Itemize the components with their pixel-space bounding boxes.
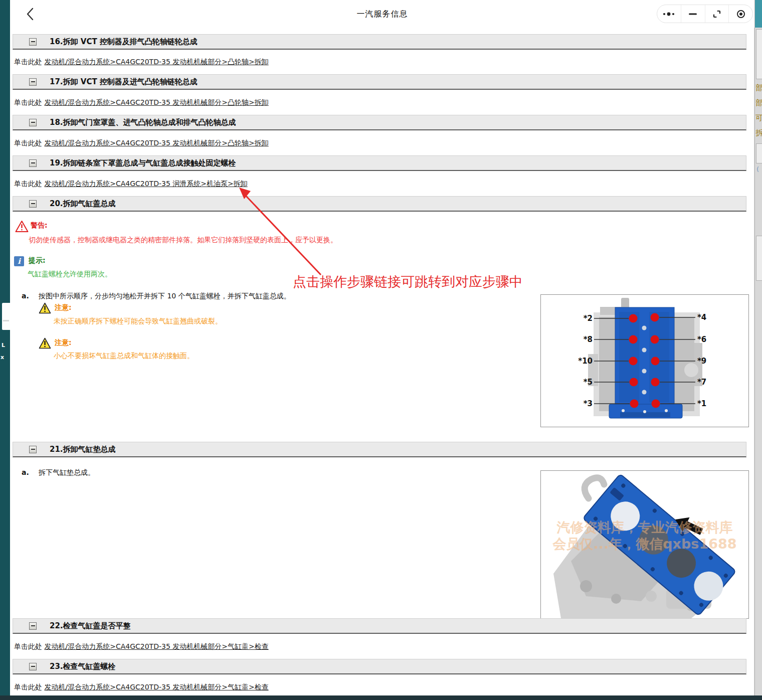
bolt-label: *6 bbox=[697, 335, 706, 344]
page: 一汽服务信息 bbox=[0, 0, 762, 700]
procedure-link[interactable]: 发动机/混合动力系统>CA4GC20TD-35 润滑系统>机油泵>拆卸 bbox=[44, 180, 247, 188]
collapse-minus-icon bbox=[31, 203, 35, 204]
section-title: 18.拆卸气门室罩盖、进气凸轮轴总成和排气凸轮轴总成 bbox=[50, 118, 236, 127]
more-icon bbox=[662, 12, 675, 17]
bolt-label: *5 bbox=[584, 378, 593, 387]
engine-bolt-diagram-image: *2 *8 *10 *5 *3 *4 *6 *9 *7 *1 bbox=[541, 295, 748, 427]
clipped-glyph: ( bbox=[756, 165, 759, 173]
section-header-20: 20.拆卸气缸盖总成 bbox=[13, 196, 746, 212]
section-link-row-19: 单击此处 发动机/混合动力系统>CA4GC20TD-35 润滑系统>机油泵>拆卸 bbox=[14, 180, 248, 189]
procedure-link[interactable]: 发动机/混合动力系统>CA4GC20TD-35 发动机机械部分>气缸盖>检查 bbox=[44, 642, 268, 650]
collapse-minus-icon bbox=[31, 41, 35, 42]
section-header-18: 18.拆卸气门室罩盖、进气凸轮轴总成和排气凸轮轴总成 bbox=[13, 115, 746, 130]
warning-triangle-icon bbox=[15, 220, 29, 233]
section-header-17: 17.拆卸 VCT 控制器及进气凸轮轴链轮总成 bbox=[13, 74, 746, 90]
section-title: 16.拆卸 VCT 控制器及排气凸轮轴链轮总成 bbox=[50, 37, 198, 47]
collapse-minus-icon bbox=[31, 449, 35, 450]
caution-label: 注意: bbox=[55, 303, 72, 312]
minimize-button[interactable] bbox=[681, 5, 705, 23]
back-button[interactable] bbox=[24, 7, 37, 22]
clipped-panel-box bbox=[756, 236, 762, 281]
caution-text: 小心不要损坏气缸盖总成和气缸体的接触面。 bbox=[54, 352, 194, 361]
fullscreen-icon bbox=[712, 10, 721, 19]
annotation-text: 点击操作步骤链接可跳转到对应步骤中 bbox=[293, 273, 523, 291]
section-header-16: 16.拆卸 VCT 控制器及排气凸轮轴链轮总成 bbox=[13, 34, 746, 50]
section-title: 23.检查气缸盖螺栓 bbox=[50, 662, 116, 671]
watermark-text: 会员仅...年，微信qxbs1688 bbox=[552, 536, 736, 552]
info-icon: i bbox=[14, 256, 24, 266]
collapse-button[interactable] bbox=[29, 200, 37, 208]
window-controls bbox=[657, 5, 753, 23]
desktop-label-fragment: L bbox=[2, 342, 5, 348]
minimize-icon bbox=[688, 13, 697, 16]
bolt-label: *4 bbox=[697, 313, 706, 322]
fullscreen-button[interactable] bbox=[705, 5, 729, 23]
left-edge-strip: L x bbox=[0, 0, 10, 697]
click-here-label: 单击此处 bbox=[14, 683, 42, 691]
warning-label: 警告: bbox=[31, 221, 48, 230]
clipped-text-fragment: 可 bbox=[755, 113, 762, 122]
section-title: 19.拆卸链条室下罩盖总成与气缸盖总成接触处固定螺栓 bbox=[50, 158, 236, 168]
section-link-row-23: 单击此处 发动机/混合动力系统>CA4GC20TD-35 发动机机械部分>气缸盖… bbox=[14, 683, 269, 692]
collapse-minus-icon bbox=[31, 162, 35, 163]
section-header-22: 22.检查气缸盖是否平整 bbox=[13, 618, 746, 634]
tip-text: 气缸盖螺栓允许使用两次。 bbox=[28, 270, 112, 279]
page-title: 一汽服务信息 bbox=[10, 9, 754, 20]
collapse-button[interactable] bbox=[29, 38, 37, 46]
head-gasket-diagram-image: 汽修资料库，专业汽修资料库 会员仅...年，微信qxbs1688 bbox=[541, 471, 748, 618]
section-title: 22.检查气缸盖是否平整 bbox=[50, 621, 131, 631]
section-link-row-22: 单击此处 发动机/混合动力系统>CA4GC20TD-35 发动机机械部分>气缸盖… bbox=[14, 642, 269, 651]
clipped-text-fragment: 部 bbox=[755, 98, 762, 107]
bolt-label: *7 bbox=[697, 378, 706, 387]
section-title: 21.拆卸气缸垫总成 bbox=[50, 445, 116, 454]
clipped-text-fragment: 拆 bbox=[755, 128, 762, 137]
section-link-row-16: 单击此处 发动机/混合动力系统>CA4GC20TD-35 发动机机械部分>凸轮轴… bbox=[14, 58, 269, 67]
collapse-button[interactable] bbox=[29, 78, 37, 86]
bolt-order-diagram: *2 *8 *10 *5 *3 *4 *6 *9 *7 *1 bbox=[540, 294, 749, 427]
step-text: 拆下气缸垫总成。 bbox=[39, 468, 95, 477]
procedure-link[interactable]: 发动机/混合动力系统>CA4GC20TD-35 发动机机械部分>凸轮轴>拆卸 bbox=[44, 58, 268, 66]
bolt-label: *9 bbox=[697, 357, 706, 366]
procedure-link[interactable]: 发动机/混合动力系统>CA4GC20TD-35 发动机机械部分>气缸盖>检查 bbox=[44, 683, 268, 691]
clipped-panel-box bbox=[756, 143, 762, 163]
collapse-minus-icon bbox=[31, 122, 35, 123]
collapse-button[interactable] bbox=[29, 159, 37, 167]
window-header: 一汽服务信息 bbox=[10, 0, 754, 28]
desktop-label-fragment: x bbox=[1, 354, 4, 361]
collapse-button[interactable] bbox=[29, 622, 37, 630]
tip-label: 提示: bbox=[29, 256, 46, 265]
click-here-label: 单击此处 bbox=[14, 139, 42, 147]
caution-triangle-icon bbox=[39, 302, 51, 314]
section-header-19: 19.拆卸链条室下罩盖总成与气缸盖总成接触处固定螺栓 bbox=[13, 155, 746, 171]
bolt-label: *1 bbox=[697, 399, 706, 408]
section-link-row-17: 单击此处 发动机/混合动力系统>CA4GC20TD-35 发动机机械部分>凸轮轴… bbox=[14, 98, 269, 107]
bolt-label: *10 bbox=[578, 357, 593, 366]
section-title: 17.拆卸 VCT 控制器及进气凸轮轴链轮总成 bbox=[50, 77, 198, 87]
collapse-button[interactable] bbox=[29, 663, 37, 670]
procedure-link[interactable]: 发动机/混合动力系统>CA4GC20TD-35 发动机机械部分>凸轮轴>拆卸 bbox=[44, 139, 268, 147]
collapse-minus-icon bbox=[31, 625, 35, 626]
record-button[interactable] bbox=[728, 5, 752, 23]
click-here-label: 单击此处 bbox=[14, 180, 42, 188]
collapse-button[interactable] bbox=[29, 119, 37, 126]
step-marker: a. bbox=[22, 292, 29, 300]
watermark-text: 汽修资料库，专业汽修资料库 bbox=[556, 519, 733, 535]
section-link-row-18: 单击此处 发动机/混合动力系统>CA4GC20TD-35 发动机机械部分>凸轮轴… bbox=[14, 139, 269, 148]
caution-triangle-icon bbox=[39, 337, 51, 349]
click-here-label: 单击此处 bbox=[14, 642, 42, 650]
section-title: 20.拆卸气缸盖总成 bbox=[50, 199, 116, 209]
clipped-text-fragment: 部 bbox=[755, 83, 762, 92]
record-icon bbox=[736, 10, 745, 19]
section-header-21: 21.拆卸气缸垫总成 bbox=[13, 442, 746, 457]
bottom-bar bbox=[0, 695, 762, 700]
collapse-minus-icon bbox=[31, 666, 35, 667]
section-header-23: 23.检查气缸盖螺栓 bbox=[13, 659, 746, 674]
click-here-label: 单击此处 bbox=[14, 98, 42, 106]
more-button[interactable] bbox=[657, 5, 681, 23]
right-edge-panel: 部 部 可 拆 ( bbox=[754, 0, 762, 697]
click-here-label: 单击此处 bbox=[14, 58, 42, 66]
warning-text: 切勿使传感器，控制器或继电器之类的精密部件掉落。如果它们掉落到坚硬的表面上，应予… bbox=[29, 236, 337, 245]
bolt-label: *3 bbox=[584, 399, 593, 408]
collapse-button[interactable] bbox=[29, 446, 37, 453]
procedure-link[interactable]: 发动机/混合动力系统>CA4GC20TD-35 发动机机械部分>凸轮轴>拆卸 bbox=[44, 98, 268, 106]
